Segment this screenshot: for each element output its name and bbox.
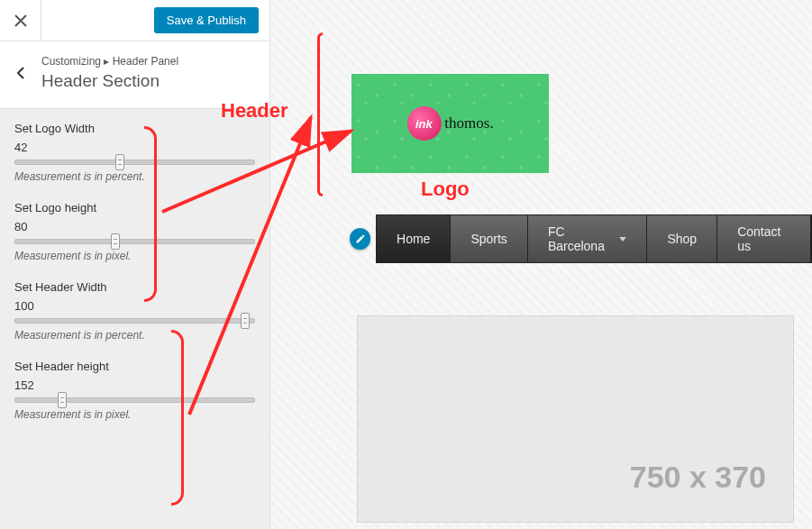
back-button[interactable] bbox=[0, 52, 41, 94]
nav-item-label: Home bbox=[397, 232, 430, 246]
control-value: 152 bbox=[14, 379, 255, 392]
slider-handle[interactable] bbox=[115, 154, 124, 170]
nav-item-sports[interactable]: Sports bbox=[451, 215, 527, 262]
chevron-left-icon bbox=[16, 66, 25, 80]
slider-handle[interactable] bbox=[58, 392, 67, 408]
nav-item-label: Shop bbox=[667, 232, 697, 246]
logo-text: thomos. bbox=[444, 114, 493, 132]
breadcrumb-panel: Header Panel bbox=[113, 55, 178, 68]
nav-item-contact-us[interactable]: Contact us bbox=[717, 215, 811, 262]
panel-header: Save & Publish bbox=[0, 0, 269, 41]
site-logo[interactable]: ink thomos. bbox=[351, 74, 549, 173]
control-group: Set Logo height 80 Measurement is in pix… bbox=[14, 201, 255, 262]
control-hint: Measurement is in percent. bbox=[14, 329, 255, 342]
control-group: Set Header height 152 Measurement is in … bbox=[14, 360, 255, 421]
preview-area: ink thomos. HomeSportsFC BarcelonaShopCo… bbox=[270, 0, 812, 529]
breadcrumb: Customizing ▸ Header Panel bbox=[41, 55, 178, 68]
header-highlight-bracket bbox=[317, 32, 323, 196]
placeholder-dimensions: 750 x 370 bbox=[630, 460, 766, 495]
slider[interactable] bbox=[14, 160, 255, 165]
control-value: 42 bbox=[14, 141, 255, 154]
control-label: Set Logo height bbox=[14, 201, 255, 214]
nav-item-fc-barcelona[interactable]: FC Barcelona bbox=[528, 215, 648, 262]
control-label: Set Header Width bbox=[14, 280, 255, 294]
customizer-panel: Save & Publish Customizing ▸ Header Pane… bbox=[0, 0, 270, 529]
control-hint: Measurement is in pixel. bbox=[14, 408, 255, 421]
control-hint: Measurement is in pixel. bbox=[14, 250, 255, 262]
slider[interactable] bbox=[14, 397, 255, 403]
logo-mark: ink bbox=[406, 106, 441, 141]
slider-handle[interactable] bbox=[241, 313, 250, 329]
nav-item-label: FC Barcelona bbox=[548, 224, 615, 253]
control-label: Set Logo Width bbox=[14, 122, 255, 135]
nav-item-home[interactable]: Home bbox=[377, 215, 451, 262]
control-group: Set Logo Width 42 Measurement is in perc… bbox=[14, 122, 255, 183]
control-value: 80 bbox=[14, 220, 255, 233]
content-placeholder: 750 x 370 bbox=[357, 315, 794, 523]
breadcrumb-prefix: Customizing bbox=[41, 55, 101, 68]
section-title: Header Section bbox=[41, 71, 178, 91]
control-label: Set Header height bbox=[14, 360, 255, 373]
close-button[interactable] bbox=[0, 0, 41, 41]
section-header: Customizing ▸ Header Panel Header Sectio… bbox=[0, 41, 269, 109]
control-hint: Measurement is in percent. bbox=[14, 170, 255, 183]
control-value: 100 bbox=[14, 299, 255, 313]
nav-item-shop[interactable]: Shop bbox=[647, 215, 717, 262]
save-publish-button[interactable]: Save & Publish bbox=[154, 7, 259, 33]
slider[interactable] bbox=[14, 318, 255, 324]
pencil-icon bbox=[355, 233, 366, 244]
nav-item-label: Sports bbox=[470, 232, 506, 246]
control-group: Set Header Width 100 Measurement is in p… bbox=[14, 280, 255, 342]
nav-row: HomeSportsFC BarcelonaShopContact us bbox=[350, 214, 812, 263]
slider[interactable] bbox=[14, 239, 255, 244]
chevron-down-icon bbox=[619, 237, 626, 242]
nav-item-label: Contact us bbox=[737, 224, 790, 253]
site-header: ink thomos. bbox=[344, 41, 812, 173]
controls-list: Set Logo Width 42 Measurement is in perc… bbox=[0, 109, 269, 451]
edit-shortcut-button[interactable] bbox=[350, 228, 370, 250]
close-icon bbox=[14, 14, 27, 27]
slider-handle[interactable] bbox=[111, 233, 120, 250]
nav-bar: HomeSportsFC BarcelonaShopContact us bbox=[376, 214, 812, 263]
